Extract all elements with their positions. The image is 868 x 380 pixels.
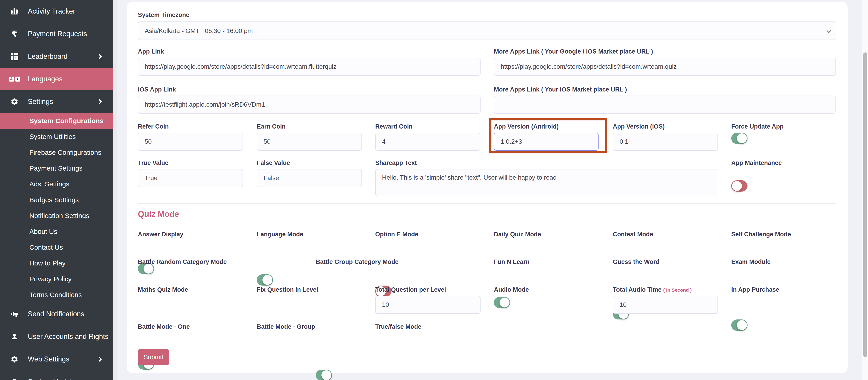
total-audio-time-label: Total Audio Time ( In Second ) xyxy=(613,286,692,293)
sidebar-item-settings[interactable]: Settings xyxy=(0,90,113,113)
more-apps-link-input[interactable] xyxy=(494,58,836,76)
sidebar-item-badges-settings[interactable]: Badges Settings xyxy=(0,192,113,208)
sidebar-item-privacy-policy[interactable]: Privacy Policy xyxy=(0,271,113,287)
cloud-icon xyxy=(10,378,19,380)
daily-quiz-mode-label: Daily Quiz Mode xyxy=(494,231,541,238)
person-icon xyxy=(10,332,19,341)
app-version-ios-label: App Version (iOS) xyxy=(613,123,665,130)
timezone-label: System Timezone xyxy=(138,11,189,19)
reward-coin-label: Reward Coin xyxy=(375,123,412,130)
chevron-right-icon xyxy=(97,357,102,362)
sidebar-item-system-utilities[interactable]: System Utilities xyxy=(0,129,113,145)
sidebar-item-system-update[interactable]: System Update xyxy=(0,371,113,380)
option-e-mode-label: Option E Mode xyxy=(375,231,418,238)
language-mode-toggle[interactable] xyxy=(257,274,273,286)
true-false-mode-label: True/false Mode xyxy=(375,323,421,330)
true-value-input[interactable] xyxy=(138,169,243,187)
megaphone-icon xyxy=(10,310,19,318)
section-divider xyxy=(138,203,836,204)
submit-button[interactable]: Submit xyxy=(138,349,169,365)
sidebar-item-web-settings[interactable]: Web Settings xyxy=(0,348,113,371)
exam-module-label: Exam Module xyxy=(731,258,771,265)
app-link-label: App Link xyxy=(138,48,164,55)
total-question-input[interactable] xyxy=(375,296,480,314)
app-version-ios-input[interactable] xyxy=(613,133,718,151)
fix-question-label: Fix Question in Level xyxy=(257,286,318,293)
self-challenge-mode-toggle[interactable] xyxy=(731,319,747,331)
in-second-hint: ( In Second ) xyxy=(663,287,692,292)
sidebar-item-how-to-play[interactable]: How to Play xyxy=(0,255,113,271)
self-challenge-mode-label: Self Challenge Mode xyxy=(731,231,791,238)
total-audio-time-input[interactable] xyxy=(613,296,718,314)
chevron-right-icon xyxy=(97,99,102,104)
quiz-mode-heading: Quiz Mode xyxy=(138,210,179,219)
sidebar-item-leaderboard[interactable]: Leaderboard xyxy=(0,45,113,68)
battle-group-category-label: Battle Group Category Mode xyxy=(316,258,399,265)
page-scrollbar-track[interactable] xyxy=(862,0,868,380)
bar-chart-icon xyxy=(10,7,19,15)
timezone-select[interactable]: Asia/Kolkata - GMT +05:30 - 16:00 pm xyxy=(138,22,836,40)
sidebar-item-ads-settings[interactable]: Ads. Settings xyxy=(0,176,113,192)
total-question-label: Total Question per Level xyxy=(375,286,446,293)
ios-app-link-label: iOS App Link xyxy=(138,86,176,93)
refer-coin-input[interactable] xyxy=(138,133,243,151)
sidebar-item-languages[interactable]: A★ Languages xyxy=(0,68,113,90)
contest-mode-label: Contest Mode xyxy=(613,231,653,238)
app-version-android-input[interactable] xyxy=(494,133,598,151)
battle-mode-group-label: Battle Mode - Group xyxy=(257,323,315,330)
sidebar-item-notification-settings[interactable]: Notification Settings xyxy=(0,208,113,224)
toggle-knob xyxy=(321,370,331,380)
true-value-label: True Value xyxy=(138,159,168,166)
sidebar-item-payment-settings[interactable]: Payment Settings xyxy=(0,160,113,176)
reward-coin-input[interactable] xyxy=(375,133,480,151)
sidebar-item-payment-requests[interactable]: ₹ Payment Requests xyxy=(0,23,113,45)
toggle-knob xyxy=(732,181,742,191)
app-version-android-label: App Version (Android) xyxy=(494,123,559,130)
translate-icon: A★ xyxy=(10,75,19,83)
audio-mode-label: Audio Mode xyxy=(494,286,529,293)
in-app-purchase-label: In App Purchase xyxy=(731,286,779,293)
more-apps-ios-link-label: More Apps Link ( Your iOS Market place U… xyxy=(494,86,627,93)
battle-group-category-toggle[interactable] xyxy=(316,370,332,380)
false-value-label: False Value xyxy=(257,159,290,166)
sidebar-item-activity-tracker[interactable]: Activity Tracker xyxy=(0,0,113,23)
shareapp-text-label: Shareapp Text xyxy=(375,159,417,166)
false-value-input[interactable] xyxy=(257,169,362,187)
earn-coin-input[interactable] xyxy=(257,133,362,151)
language-mode-label: Language Mode xyxy=(257,231,303,238)
app-link-input[interactable] xyxy=(138,58,480,76)
refer-coin-label: Refer Coin xyxy=(138,123,169,130)
page-scrollbar-thumb[interactable] xyxy=(863,53,867,357)
grid-icon xyxy=(10,52,19,61)
toggle-knob xyxy=(737,133,747,143)
sidebar-item-send-notifications[interactable]: Send Notifications xyxy=(0,303,113,325)
sidebar-item-system-configurations[interactable]: System Configurations xyxy=(0,113,113,129)
sidebar: Activity Tracker ₹ Payment Requests Lead… xyxy=(0,0,113,380)
fun-n-learn-label: Fun N Learn xyxy=(494,258,530,265)
answer-display-label: Answer Display xyxy=(138,231,183,238)
guess-the-word-label: Guess the Word xyxy=(613,258,659,265)
sidebar-item-about-us[interactable]: About Us xyxy=(0,224,113,240)
sidebar-item-contact-us[interactable]: Contact Us xyxy=(0,240,113,255)
rupee-icon: ₹ xyxy=(10,30,19,38)
sidebar-item-terms-conditions[interactable]: Terms Conditions xyxy=(0,287,113,303)
gear-icon xyxy=(10,97,19,106)
ios-app-link-input[interactable] xyxy=(138,96,480,114)
toggle-knob xyxy=(262,275,272,285)
toggle-knob xyxy=(737,320,747,330)
earn-coin-label: Earn Coin xyxy=(257,123,286,130)
admin-panel-screen: Activity Tracker ₹ Payment Requests Lead… xyxy=(0,0,868,380)
more-apps-ios-link-input[interactable] xyxy=(494,96,836,114)
toggle-knob xyxy=(500,297,509,308)
app-maintenance-toggle[interactable] xyxy=(731,180,747,192)
gear-icon xyxy=(10,355,19,363)
battle-mode-one-label: Battle Mode - One xyxy=(138,323,190,330)
app-maintenance-label: App Maintenance xyxy=(731,159,782,166)
sidebar-item-user-accounts[interactable]: User Accounts and Rights xyxy=(0,325,113,348)
shareapp-text-textarea[interactable]: Hello, This is a 'simple' share "text". … xyxy=(375,169,717,196)
force-update-app-toggle[interactable] xyxy=(731,133,747,144)
sidebar-item-firebase-configurations[interactable]: Firebase Configurations xyxy=(0,145,113,160)
chevron-right-icon xyxy=(97,54,102,59)
daily-quiz-mode-toggle[interactable] xyxy=(494,297,510,308)
force-update-app-label: Force Update App xyxy=(731,123,784,130)
